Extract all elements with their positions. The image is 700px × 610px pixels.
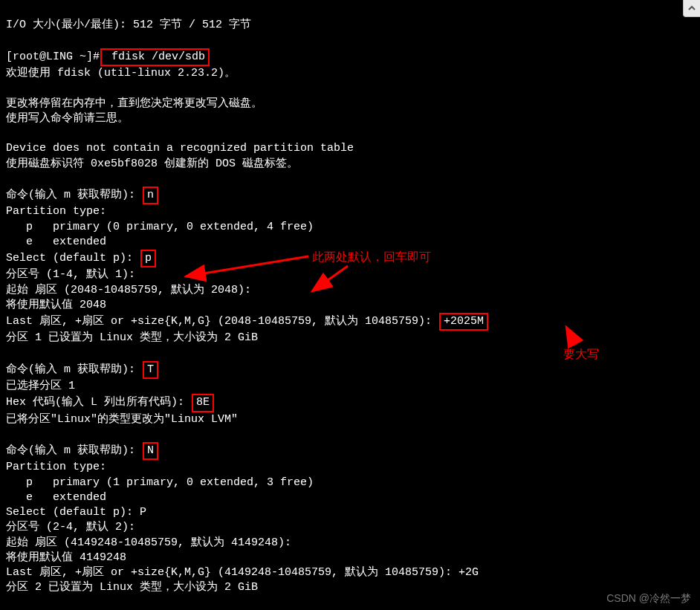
hex-code-prompt: Hex 代码(输入 L 列出所有代码): (6, 396, 191, 409)
ptype-extended-2: e extended (6, 491, 106, 504)
last-sector-2: Last 扇区, +扇区 or +size{K,M,G} (4149248-10… (6, 566, 479, 579)
partition-type-header-2: Partition type: (6, 461, 106, 473)
scroll-up-button[interactable] (683, 0, 700, 17)
partition-number-2: 分区号 (2-4, 默认 2): (6, 521, 135, 533)
input-n2-box: N (143, 442, 158, 460)
type-changed: 已将分区"Linux"的类型更改为"Linux LVM" (6, 413, 238, 426)
shell-prompt: [root@LING ~]# (6, 51, 100, 63)
last-sector-1: Last 扇区, +扇区 or +size{K,M,G} (2048-10485… (6, 315, 438, 328)
annotation-uppercase: 要大写 (563, 346, 599, 363)
cmd-prompt-1: 命令(输入 m 获取帮助): (6, 189, 142, 201)
input-n-box: n (143, 186, 158, 204)
select-default-p2: Select (default p): P (6, 506, 146, 519)
partition-type-header: Partition type: (6, 205, 106, 218)
start-sector-2: 起始 扇区 (4149248-10485759, 默认为 4149248): (6, 536, 291, 549)
ptype-primary-0: p primary (0 primary, 0 extended, 4 free… (6, 221, 314, 233)
warn-memory: 更改将停留在内存中，直到您决定将更改写入磁盘。 (6, 97, 262, 110)
warn-think: 使用写入命令前请三思。 (6, 112, 129, 125)
cmd-prompt-2: 命令(输入 m 获取帮助): (6, 363, 142, 376)
watermark: CSDN @冷然一梦 (606, 591, 691, 606)
select-default-p: Select (default p): (6, 252, 140, 265)
device-no-table: Device does not contain a recognized par… (6, 142, 354, 155)
io-size-line: I/O 大小(最小/最佳): 512 字节 / 512 字节 (6, 19, 251, 31)
use-default-4149248: 将使用默认值 4149248 (6, 551, 126, 564)
annotation-default-enter: 此两处默认，回车即可 (312, 249, 431, 265)
fdisk-command-box: fdisk /dev/sdb (100, 48, 210, 66)
ptype-extended: e extended (6, 236, 106, 248)
partition-number-1: 分区号 (1-4, 默认 1): (6, 268, 135, 281)
terminal-output: I/O 大小(最小/最佳): 512 字节 / 512 字节 [root@LIN… (0, 0, 700, 610)
cmd-prompt-3: 命令(输入 m 获取帮助): (6, 444, 142, 457)
start-sector-1: 起始 扇区 (2048-10485759, 默认为 2048): (6, 284, 251, 296)
chevron-up-icon (687, 4, 696, 13)
new-dos-label: 使用磁盘标识符 0xe5bf8028 创建新的 DOS 磁盘标签。 (6, 158, 298, 170)
fdisk-welcome: 欢迎使用 fdisk (util-linux 2.23.2)。 (6, 67, 236, 80)
ptype-primary-1: p primary (1 primary, 0 extended, 3 free… (6, 476, 314, 489)
input-t-box: T (143, 361, 158, 379)
input-8e-box: 8E (192, 394, 214, 412)
input-p-box: p (140, 250, 156, 267)
use-default-2048: 将使用默认值 2048 (6, 299, 106, 311)
partition-2-set: 分区 2 已设置为 Linux 类型，大小设为 2 GiB (6, 581, 258, 594)
input-2025m-box: +2025M (439, 313, 488, 331)
partition-1-set: 分区 1 已设置为 Linux 类型，大小设为 2 GiB (6, 331, 258, 344)
selected-partition-1: 已选择分区 1 (6, 380, 75, 392)
